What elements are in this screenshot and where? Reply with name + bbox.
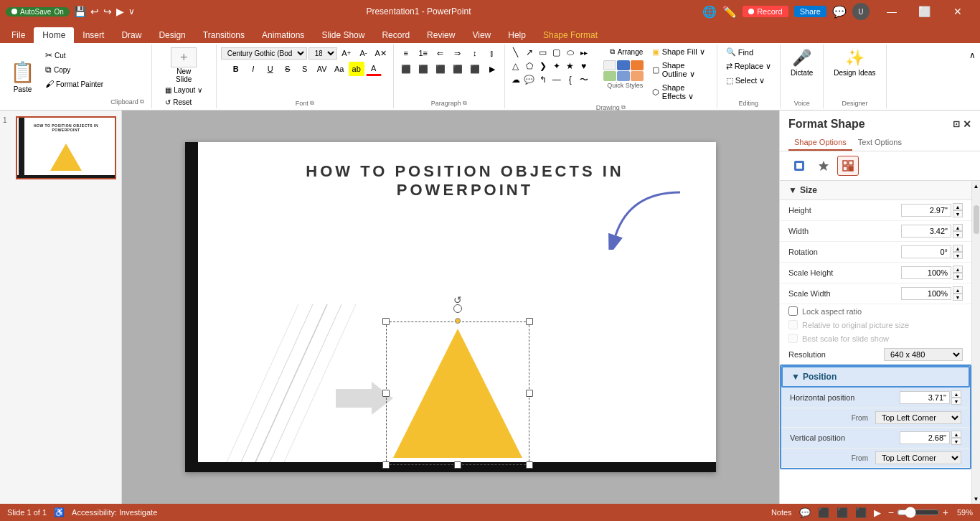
scale-width-decrement[interactable]: ▼: [953, 294, 963, 301]
align-right-button[interactable]: ⬛: [433, 62, 448, 76]
vertical-increment[interactable]: ▲: [951, 431, 961, 438]
slide-thumbnail[interactable]: HOW TO POSITION OBJECTS IN POWERPOINT: [16, 116, 116, 179]
vertical-from-select[interactable]: Top Left Corner: [875, 451, 961, 464]
shape-chevron[interactable]: ❯: [537, 60, 550, 72]
scale-width-increment[interactable]: ▲: [953, 286, 963, 294]
autosave-badge[interactable]: AutoSave On: [6, 7, 70, 17]
shape-rect[interactable]: ▭: [537, 46, 550, 59]
qs-item-3[interactable]: [631, 60, 644, 70]
font-color-button[interactable]: A: [366, 62, 382, 76]
scroll-down-button[interactable]: ▼: [973, 494, 980, 504]
format-painter-button[interactable]: 🖌 Format Painter: [42, 78, 106, 90]
rotation-input[interactable]: [901, 245, 951, 258]
strikethrough-button[interactable]: S: [280, 62, 296, 76]
height-increment[interactable]: ▲: [953, 203, 963, 210]
shape-fill-button[interactable]: ▣ Shape Fill ∨: [648, 46, 712, 58]
lock-aspect-checkbox[interactable]: [788, 306, 798, 316]
shape-heart[interactable]: ♥: [578, 60, 590, 72]
width-increment[interactable]: ▲: [953, 224, 963, 231]
font-name-select[interactable]: Century Gothic (Body): [221, 47, 307, 60]
tab-slideshow[interactable]: Slide Show: [313, 27, 373, 43]
horizontal-increment[interactable]: ▲: [951, 390, 961, 398]
tab-insert[interactable]: Insert: [74, 27, 113, 43]
qs-item-6[interactable]: [631, 71, 644, 81]
char-spacing-button[interactable]: AV: [314, 62, 330, 76]
shape-oval[interactable]: ⬭: [564, 46, 577, 59]
paste-button[interactable]: 📋 Paste: [4, 46, 41, 107]
tab-shape-format[interactable]: Shape Format: [534, 27, 606, 43]
close-button[interactable]: ✕: [941, 0, 974, 23]
find-button[interactable]: 🔍 Find: [722, 46, 776, 58]
columns-button[interactable]: ⫿: [484, 46, 500, 60]
qs-item-1[interactable]: [603, 60, 616, 70]
position-section-header[interactable]: ▼ Position: [781, 366, 970, 388]
text-direction-button[interactable]: ⬛: [467, 62, 483, 76]
reset-button[interactable]: ↺ Reset: [162, 97, 205, 108]
vertical-position-input[interactable]: [900, 431, 950, 444]
scroll-up-button[interactable]: ▲: [973, 181, 980, 191]
avatar[interactable]: U: [852, 3, 870, 20]
shape-arrow[interactable]: ↗: [523, 46, 536, 59]
align-center-button[interactable]: ⬛: [415, 62, 431, 76]
redo-icon[interactable]: ↪: [103, 6, 112, 17]
size-section-header[interactable]: ▼ Size: [780, 181, 971, 200]
zoom-out-button[interactable]: −: [888, 507, 894, 518]
highlight-button[interactable]: ab: [349, 62, 364, 76]
zoom-level[interactable]: 59%: [951, 508, 973, 517]
scroll-thumb[interactable]: [974, 205, 979, 234]
increase-font-button[interactable]: A+: [339, 46, 354, 60]
paragraph-expand[interactable]: ⧉: [463, 100, 467, 107]
dictate-button[interactable]: 🎤 Dictate: [785, 46, 819, 80]
bullets-button[interactable]: ≡: [398, 46, 414, 60]
line-spacing-button[interactable]: ↕: [467, 46, 483, 60]
handle-br[interactable]: [526, 461, 533, 469]
numbering-button[interactable]: 1≡: [415, 46, 431, 60]
slideshow-icon[interactable]: ▶: [874, 507, 881, 518]
shape-outline-button[interactable]: ▢ Shape Outline ∨: [648, 60, 712, 80]
shape-bent-arrow[interactable]: ↰: [537, 73, 550, 86]
tab-view[interactable]: View: [463, 27, 499, 43]
fill-line-icon-button[interactable]: [788, 156, 810, 176]
horizontal-decrement[interactable]: ▼: [951, 398, 961, 405]
handle-tm[interactable]: [455, 318, 461, 324]
scale-height-decrement[interactable]: ▼: [953, 273, 963, 280]
view-normal-icon[interactable]: ⬛: [818, 507, 829, 518]
tab-design[interactable]: Design: [150, 27, 194, 43]
bold-button[interactable]: B: [228, 62, 244, 76]
clear-format-button[interactable]: A✕: [373, 46, 389, 60]
shape-pentagon[interactable]: ⬠: [523, 60, 536, 72]
tab-draw[interactable]: Draw: [113, 27, 150, 43]
resolution-select[interactable]: 640 x 480: [884, 348, 963, 361]
decrease-font-button[interactable]: A-: [356, 46, 372, 60]
save-icon[interactable]: 💾: [74, 6, 86, 17]
customize-icon[interactable]: ∨: [128, 6, 135, 17]
shape-star4[interactable]: ✦: [550, 60, 563, 72]
qs-item-5[interactable]: [617, 71, 630, 81]
layout-button[interactable]: ▦ Layout ∨: [162, 85, 205, 95]
slide-canvas[interactable]: HOW TO POSITION OBJECTS IN POWERPOINT: [185, 142, 716, 472]
format-panel-scrollbar[interactable]: ▲ ▼: [971, 181, 980, 504]
scale-height-input[interactable]: [901, 266, 951, 279]
width-decrement[interactable]: ▼: [953, 231, 963, 238]
shape-wave[interactable]: 〜: [578, 73, 590, 86]
align-left-button[interactable]: ⬛: [398, 62, 414, 76]
handle-ml[interactable]: [382, 390, 390, 397]
tab-file[interactable]: File: [3, 27, 34, 43]
shape-callout[interactable]: 💬: [523, 73, 536, 86]
shape-more[interactable]: ▸▸: [578, 46, 590, 59]
shape-line[interactable]: ╲: [509, 46, 522, 59]
clipboard-expand[interactable]: ⧉: [140, 98, 144, 105]
undo-icon[interactable]: ↩: [90, 6, 99, 17]
cut-button[interactable]: ✂ Cut: [42, 49, 106, 62]
handle-bl[interactable]: [382, 461, 390, 469]
panel-close-button[interactable]: ✕: [963, 118, 971, 130]
shape-star5[interactable]: ★: [564, 60, 577, 72]
tab-text-options[interactable]: Text Options: [852, 135, 908, 151]
change-case-button[interactable]: Aa: [331, 62, 347, 76]
rotation-decrement[interactable]: ▼: [953, 252, 963, 259]
shape-line2[interactable]: —: [550, 73, 563, 86]
triangle-shape-container[interactable]: ↺: [386, 321, 529, 465]
view-slide-sorter-icon[interactable]: ⬛: [837, 507, 848, 518]
tab-home[interactable]: Home: [34, 27, 74, 43]
select-button[interactable]: ⬚ Select ∨: [722, 75, 776, 87]
